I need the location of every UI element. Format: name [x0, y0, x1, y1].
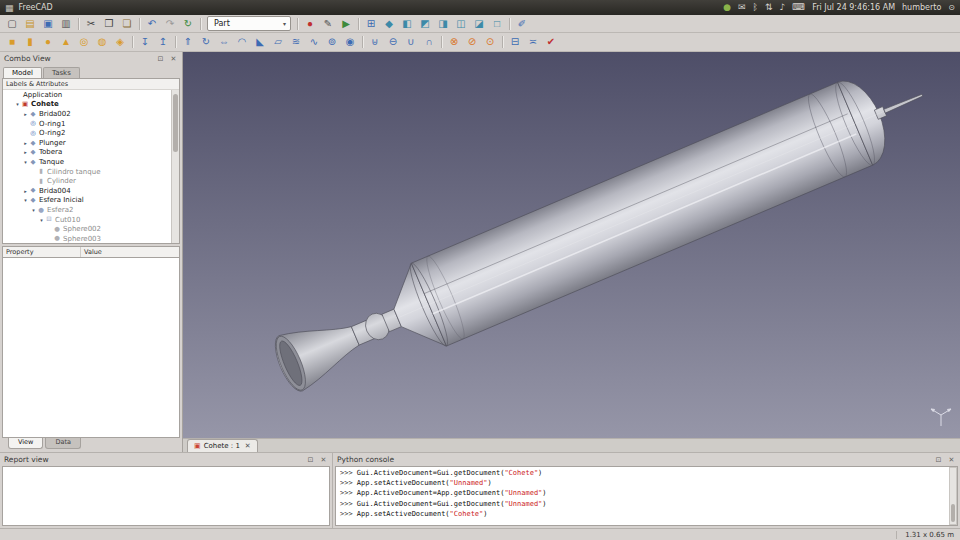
network-icon[interactable]: ⇅	[765, 3, 773, 12]
expander-icon[interactable]: ▸	[22, 111, 29, 117]
measure-distance-button[interactable]: ✐	[513, 16, 531, 32]
box-button[interactable]: ■	[3, 34, 21, 50]
close-panel-icon[interactable]: ✕	[169, 54, 178, 63]
section-button[interactable]: ⊟	[506, 34, 524, 50]
float-panel-icon[interactable]: ⊡	[156, 54, 165, 63]
cone-button[interactable]: ▲	[57, 34, 75, 50]
close-panel-icon[interactable]: ✕	[319, 455, 328, 464]
refresh-button[interactable]: ↻	[179, 16, 197, 32]
tree-item-sphere003[interactable]: ●Sphere003	[3, 234, 179, 244]
import-cad-button[interactable]: ↧	[136, 34, 154, 50]
report-view-body[interactable]	[2, 466, 330, 526]
tree-item-cylinder[interactable]: ▮Cylinder	[3, 176, 179, 186]
power-icon[interactable]: ⊙	[948, 3, 955, 12]
torus-button[interactable]: ◎	[75, 34, 93, 50]
volume-icon[interactable]: ♪	[780, 3, 786, 12]
tab-view[interactable]: View	[8, 438, 43, 449]
sweep-button[interactable]: ∿	[305, 34, 323, 50]
tree-item-cilindro-tanque[interactable]: ▮Cilindro tanque	[3, 167, 179, 177]
edit-macro-button[interactable]: ✎	[319, 16, 337, 32]
property-editor[interactable]	[2, 258, 180, 438]
clock[interactable]: Fri Jul 24 9:46:16 AM	[812, 3, 895, 12]
chamfer-button[interactable]: ◣	[251, 34, 269, 50]
left-view-button[interactable]: □	[488, 16, 506, 32]
tree-scrollbar[interactable]	[171, 90, 179, 243]
tab-data[interactable]: Data	[45, 438, 81, 449]
axonometric-view-button[interactable]: ◆	[380, 16, 398, 32]
embed-button[interactable]: ⊘	[463, 34, 481, 50]
print-document-button[interactable]: ▥	[57, 16, 75, 32]
expander-icon[interactable]: ▾	[22, 159, 29, 165]
fillet-button[interactable]: ◠	[233, 34, 251, 50]
shape-builder-button[interactable]: ◈	[111, 34, 129, 50]
offset-button[interactable]: ⊚	[323, 34, 341, 50]
ruled-surface-button[interactable]: ▱	[269, 34, 287, 50]
export-cad-button[interactable]: ↥	[154, 34, 172, 50]
front-view-button[interactable]: ◧	[398, 16, 416, 32]
expander-icon[interactable]: ▾	[30, 207, 37, 213]
thickness-button[interactable]: ◉	[341, 34, 359, 50]
tab-model[interactable]: Model	[3, 67, 42, 78]
top-view-button[interactable]: ◩	[416, 16, 434, 32]
connect-button[interactable]: ⊗	[445, 34, 463, 50]
boolean-button[interactable]: ⊎	[366, 34, 384, 50]
tree-scrollbar-thumb[interactable]	[173, 94, 178, 152]
tree-item-esfera-inicial[interactable]: ▾◆Esfera Inicial	[3, 196, 179, 206]
tree-item-cohete[interactable]: ▾▣Cohete	[3, 100, 179, 110]
tree-item-brida002[interactable]: ▸◆Brida002	[3, 109, 179, 119]
tree-item-tobera[interactable]: ▸◆Tobera	[3, 148, 179, 158]
tree-item-o-ring1[interactable]: ◎O-ring1	[3, 119, 179, 129]
float-panel-icon[interactable]: ⊡	[306, 455, 315, 464]
boolean-cut-button[interactable]: ⊖	[384, 34, 402, 50]
tree-item-brida004[interactable]: ▸◆Brida004	[3, 186, 179, 196]
extrude-button[interactable]: ⇑	[179, 34, 197, 50]
right-view-button[interactable]: ◨	[434, 16, 452, 32]
tree-item-plunger[interactable]: ▸◆Plunger	[3, 138, 179, 148]
boolean-intersection-button[interactable]: ∩	[420, 34, 438, 50]
tab-tasks[interactable]: Tasks	[43, 67, 80, 78]
cutout-button[interactable]: ⊙	[481, 34, 499, 50]
cross-sections-button[interactable]: ≍	[524, 34, 542, 50]
boolean-union-button[interactable]: ∪	[402, 34, 420, 50]
tree-item-esfera2[interactable]: ▾●Esfera2	[3, 205, 179, 215]
float-panel-icon[interactable]: ⊡	[934, 455, 943, 464]
mail-icon[interactable]: ✉	[738, 3, 746, 12]
fit-all-button[interactable]: ⊞	[362, 16, 380, 32]
tree-item-application[interactable]: Application	[3, 90, 179, 100]
expander-icon[interactable]: ▾	[38, 217, 45, 223]
sphere-button[interactable]: ●	[39, 34, 57, 50]
revolve-button[interactable]: ↻	[197, 34, 215, 50]
close-tab-icon[interactable]: ✕	[245, 442, 251, 450]
close-panel-icon[interactable]: ✕	[947, 455, 956, 464]
check-geometry-button[interactable]: ✔	[542, 34, 560, 50]
username[interactable]: humberto	[902, 3, 941, 12]
run-macro-button[interactable]: ▶	[337, 16, 355, 32]
rear-view-button[interactable]: ◫	[452, 16, 470, 32]
3d-viewport[interactable]	[183, 52, 960, 438]
python-console-body[interactable]: >>> Gui.ActiveDocument=Gui.getDocument("…	[335, 466, 958, 526]
open-document-button[interactable]: ▤	[21, 16, 39, 32]
tree-item-o-ring2[interactable]: ◎O-ring2	[3, 128, 179, 138]
tree-item-cut010[interactable]: ▾⊟Cut010	[3, 215, 179, 225]
expander-icon[interactable]: ▾	[14, 101, 21, 107]
workbench-selector[interactable]: Part▾	[207, 16, 291, 31]
cut-button[interactable]: ✂	[82, 16, 100, 32]
expander-icon[interactable]: ▸	[22, 140, 29, 146]
bluetooth-icon[interactable]: ᛒ	[753, 3, 758, 12]
keyboard-icon[interactable]: ⌨	[792, 3, 805, 12]
tree-item-tanque[interactable]: ▾◆Tanque	[3, 157, 179, 167]
status-icon[interactable]: ●	[723, 3, 731, 12]
tree-item-sphere002[interactable]: ●Sphere002	[3, 224, 179, 234]
cylinder-button[interactable]: ▮	[21, 34, 39, 50]
paste-button[interactable]: ❏	[118, 16, 136, 32]
record-macro-button[interactable]: ●	[301, 16, 319, 32]
mirror-button[interactable]: ⇔	[215, 34, 233, 50]
redo-button[interactable]: ↷	[161, 16, 179, 32]
create-primitives-button[interactable]: ◍	[93, 34, 111, 50]
window-menu-icon[interactable]: ▦	[5, 3, 14, 13]
undo-button[interactable]: ↶	[143, 16, 161, 32]
document-tab-cohete[interactable]: ▣ Cohete : 1 ✕	[187, 439, 258, 452]
expander-icon[interactable]: ▾	[22, 197, 29, 203]
new-document-button[interactable]: ▢	[3, 16, 21, 32]
bottom-view-button[interactable]: ◪	[470, 16, 488, 32]
